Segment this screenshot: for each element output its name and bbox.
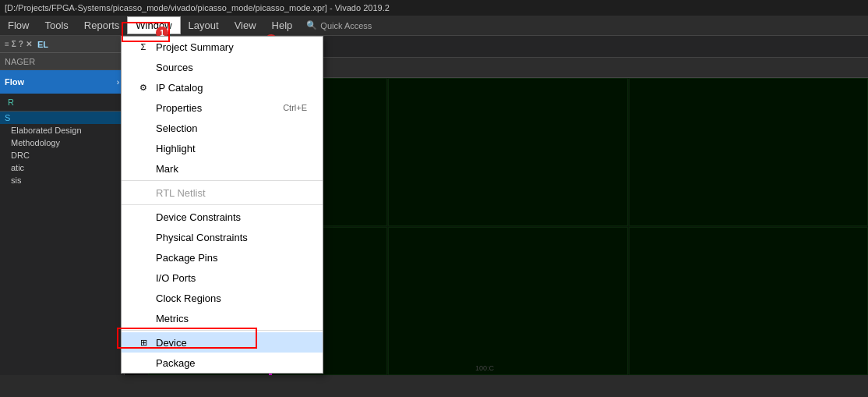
dd-label-project-summary: Project Summary — [156, 41, 234, 53]
question-icon: ? — [19, 40, 23, 48]
left-panel-header: ≡ Σ ? ✕ EL — [0, 36, 124, 53]
properties-shortcut: Ctrl+E — [283, 103, 307, 112]
metrics-icon — [137, 312, 150, 324]
menu-help[interactable]: Help — [264, 17, 301, 34]
atic[interactable]: atic — [0, 161, 124, 174]
dd-package-pins[interactable]: Package Pins — [122, 247, 323, 268]
dd-project-summary[interactable]: Σ Project Summary — [122, 37, 323, 57]
dd-metrics[interactable]: Metrics — [122, 308, 323, 328]
ip-catalog-icon: ⚙ — [137, 81, 150, 94]
dropdown-menu: Σ Project Summary Sources ⚙ IP Catalog P… — [121, 36, 323, 374]
grid-cell-3 — [629, 78, 868, 226]
dd-label-selection: Selection — [156, 122, 197, 134]
dd-label-properties: Properties — [156, 102, 202, 114]
panel-subheader: NAGER — [0, 53, 124, 70]
dd-sources[interactable]: Sources — [122, 57, 323, 77]
manager-label: EL — [37, 40, 48, 49]
quick-access-label: Quick Access — [320, 21, 372, 30]
dd-label-physical-constraints: Physical Constraints — [156, 232, 248, 243]
flow-arrows: › — [117, 78, 119, 87]
grid-cell-5 — [388, 227, 627, 375]
dd-label-device-constraints: Device Constraints — [156, 211, 241, 223]
dd-label-highlight: Highlight — [156, 143, 196, 154]
flow-items: R — [0, 94, 124, 111]
dd-label-package: Package — [156, 357, 196, 369]
dd-sep2 — [122, 204, 323, 205]
menu-reports[interactable]: Reports — [76, 17, 128, 34]
dd-label-package-pins: Package Pins — [156, 252, 218, 264]
dd-highlight[interactable]: Highlight — [122, 138, 323, 158]
title-text: [D:/Projects/FPGA-Systems/picasso_mode/v… — [5, 3, 390, 12]
quick-access-bar: 🔍 Quick Access — [306, 20, 372, 30]
flow-item-r1[interactable]: R — [0, 95, 124, 109]
dd-selection[interactable]: Selection — [122, 118, 323, 138]
dd-label-ip-catalog: IP Catalog — [156, 82, 203, 94]
properties-icon — [137, 101, 150, 114]
dd-clock-regions[interactable]: Clock Regions — [122, 288, 323, 308]
dd-label-mark: Mark — [156, 163, 178, 175]
menu-bar: Flow Tools Reports Window Layout View He… — [0, 16, 868, 36]
pin-icon: ≡ — [5, 40, 9, 48]
sigma-icon: Σ — [12, 40, 16, 48]
close-icon[interactable]: ✕ — [26, 40, 32, 48]
search-icon: 🔍 — [306, 20, 317, 30]
dd-io-ports[interactable]: I/O Ports — [122, 268, 323, 288]
flow-label: Flow — [5, 77, 24, 87]
grid-cell-2 — [388, 78, 627, 226]
mark-icon — [137, 162, 150, 175]
sigma-dd-icon: Σ — [137, 41, 150, 53]
rtl-icon — [137, 186, 150, 199]
dd-device[interactable]: ⊞ Device — [122, 332, 323, 353]
sources-icon — [137, 61, 150, 73]
sis[interactable]: sis — [0, 174, 124, 186]
menu-window[interactable]: Window — [127, 16, 180, 34]
package-pins-icon — [137, 251, 150, 264]
dd-sep1 — [122, 180, 323, 181]
menu-view[interactable]: View — [227, 17, 264, 34]
left-panel: ≡ Σ ? ✕ EL NAGER Flow › R S Elaborated D… — [0, 36, 125, 375]
highlight-icon — [137, 142, 150, 154]
device-icon: ⊞ — [137, 336, 150, 349]
dd-label-rtl: RTL Netlist — [156, 187, 206, 199]
elaborated-design[interactable]: Elaborated Design — [0, 124, 124, 136]
menu-flow[interactable]: Flow — [0, 17, 37, 34]
drc[interactable]: DRC — [0, 149, 124, 161]
label-bottom-mid: 100:C — [475, 364, 494, 372]
nager-label: NAGER — [5, 57, 35, 66]
io-ports-icon — [137, 271, 150, 284]
package-icon — [137, 356, 150, 369]
grid-cell-6 — [629, 227, 868, 375]
menu-tools[interactable]: Tools — [37, 17, 76, 34]
dd-rtl-netlist: RTL Netlist — [122, 183, 323, 203]
dd-label-sources: Sources — [156, 62, 193, 73]
selection-icon — [137, 122, 150, 134]
dd-device-constraints[interactable]: Device Constraints — [122, 207, 323, 227]
dd-label-clock-regions: Clock Regions — [156, 292, 221, 304]
dd-package[interactable]: Package — [122, 353, 323, 373]
flow-header-row: Flow › — [0, 70, 124, 94]
menu-layout[interactable]: Layout — [181, 17, 227, 34]
dd-label-device: Device — [156, 337, 187, 349]
dd-physical-constraints[interactable]: Physical Constraints — [122, 227, 323, 247]
title-bar: [D:/Projects/FPGA-Systems/picasso_mode/v… — [0, 0, 868, 16]
dd-label-io-ports: I/O Ports — [156, 272, 196, 284]
clock-regions-icon — [137, 292, 150, 304]
dd-ip-catalog[interactable]: ⚙ IP Catalog — [122, 77, 323, 97]
dd-label-metrics: Metrics — [156, 313, 189, 324]
dd-sep3 — [122, 330, 323, 331]
panel-icons-row: ≡ Σ ? ✕ EL — [5, 40, 48, 49]
dd-properties[interactable]: Properties Ctrl+E — [122, 97, 323, 118]
methodology[interactable]: Methodology — [0, 136, 124, 149]
dd-mark[interactable]: Mark — [122, 158, 323, 179]
device-constraints-icon — [137, 211, 150, 223]
physical-constraints-icon — [137, 231, 150, 243]
section-s: S — [0, 112, 124, 124]
